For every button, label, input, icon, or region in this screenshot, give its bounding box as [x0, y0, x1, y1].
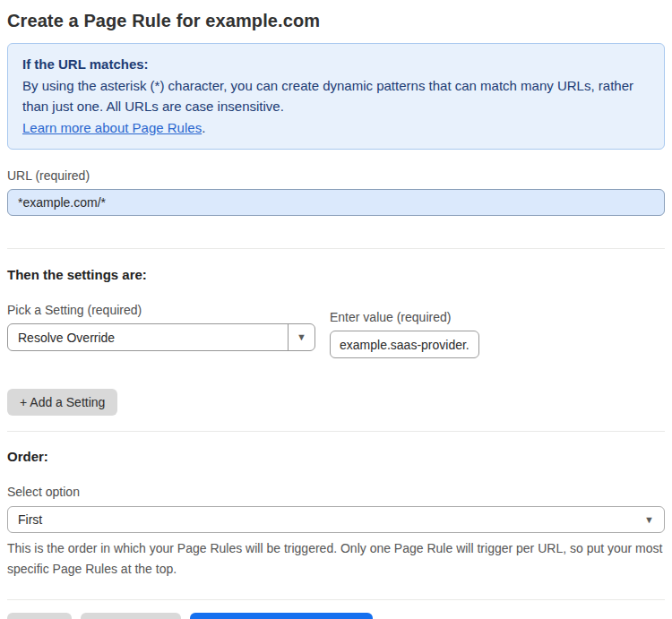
info-box-link-line: Learn more about Page Rules.: [22, 117, 650, 139]
learn-more-link[interactable]: Learn more about Page Rules: [22, 120, 202, 135]
chevron-down-icon: ▼: [644, 515, 654, 525]
setting-select-value: Resolve Override: [8, 324, 288, 350]
order-section-heading: Order:: [7, 449, 665, 464]
setting-select-arrow-segment[interactable]: ▼: [288, 324, 314, 350]
add-setting-button[interactable]: + Add a Setting: [7, 389, 117, 416]
link-period: .: [202, 120, 205, 135]
save-and-deploy-button[interactable]: Save and Deploy Page Rule: [190, 613, 373, 619]
order-select-label: Select option: [7, 485, 665, 499]
url-input[interactable]: [7, 189, 665, 216]
order-help-text: This is the order in which your Page Rul…: [7, 538, 665, 580]
url-field-label: URL (required): [7, 168, 665, 183]
info-box-heading: If the URL matches:: [22, 54, 650, 75]
section-divider: [7, 431, 665, 432]
order-select-value: First: [18, 512, 644, 527]
setting-select-column: Pick a Setting (required) Resolve Overri…: [7, 303, 315, 351]
section-divider: [7, 248, 665, 249]
setting-select-label: Pick a Setting (required): [7, 303, 315, 317]
chevron-down-icon: ▼: [297, 332, 306, 342]
save-as-draft-button[interactable]: Save as Draft: [81, 613, 182, 619]
url-match-info-box: If the URL matches: By using the asteris…: [7, 43, 665, 150]
setting-value-column: Enter value (required): [330, 303, 479, 358]
footer-divider: [7, 599, 665, 600]
settings-row: Pick a Setting (required) Resolve Overri…: [7, 303, 665, 358]
setting-value-input[interactable]: [330, 331, 479, 358]
settings-section-heading: Then the settings are:: [7, 267, 665, 282]
order-select[interactable]: First ▼: [7, 506, 665, 533]
footer-button-row: Cancel Save as Draft Save and Deploy Pag…: [7, 613, 665, 619]
page-title: Create a Page Rule for example.com: [7, 11, 665, 31]
cancel-button[interactable]: Cancel: [7, 613, 72, 619]
setting-value-label: Enter value (required): [330, 310, 479, 324]
info-box-body: By using the asterisk (*) character, you…: [22, 75, 650, 117]
setting-select[interactable]: Resolve Override ▼: [7, 323, 315, 351]
